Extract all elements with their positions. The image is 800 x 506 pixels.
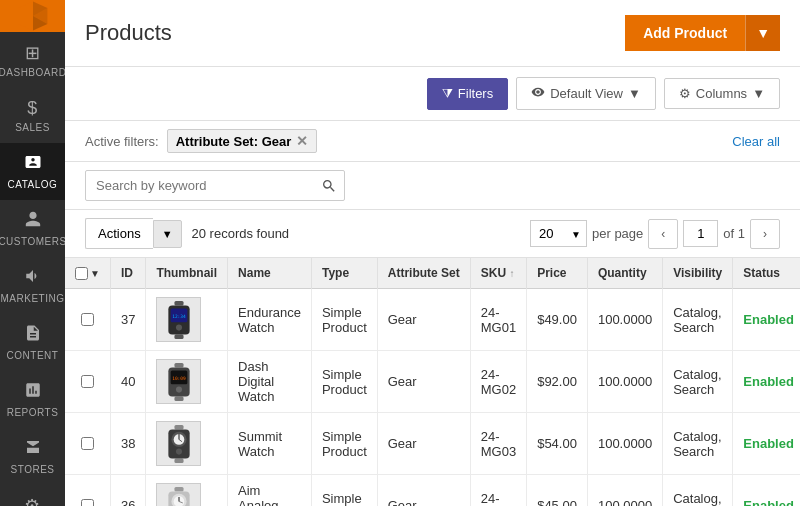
th-price[interactable]: Price (527, 258, 588, 289)
svg-text:12:34: 12:34 (172, 313, 186, 318)
columns-icon: ⚙ (679, 86, 691, 101)
row-type: Simple Product (311, 289, 377, 351)
row-checkbox[interactable] (81, 313, 94, 326)
search-button[interactable] (313, 170, 345, 201)
next-page-button[interactable]: › (750, 219, 780, 249)
svg-point-15 (176, 386, 182, 392)
filter-tag-remove[interactable]: ✕ (296, 133, 308, 149)
columns-button[interactable]: ⚙ Columns ▼ (664, 78, 780, 109)
marketing-icon (24, 267, 42, 290)
th-attribute-set[interactable]: Attribute Set (377, 258, 470, 289)
row-price: $92.00 (527, 351, 588, 413)
view-icon (531, 85, 545, 102)
clear-all-link[interactable]: Clear all (732, 134, 780, 149)
row-thumbnail: 10:09 (146, 351, 228, 413)
select-all-checkbox[interactable] (75, 267, 88, 280)
page-total: of 1 (723, 226, 745, 241)
sidebar-item-sales[interactable]: $ Sales (0, 88, 65, 143)
columns-arrow: ▼ (752, 86, 765, 101)
svg-rect-11 (174, 396, 183, 401)
sidebar-item-system[interactable]: ⚙ System (0, 485, 65, 506)
per-page-select[interactable]: 20 30 50 100 200 (530, 220, 587, 247)
search-input[interactable] (85, 170, 345, 201)
sidebar-item-content[interactable]: Content (0, 314, 65, 371)
active-filters-label: Active filters: (85, 134, 159, 149)
svg-rect-4 (174, 301, 183, 306)
row-checkbox[interactable] (81, 437, 94, 450)
svg-text:10:09: 10:09 (172, 375, 186, 380)
row-name: Dash Digital Watch (228, 351, 312, 413)
reports-icon (24, 381, 42, 404)
view-arrow: ▼ (628, 86, 641, 101)
add-product-arrow[interactable]: ▼ (745, 15, 780, 51)
sidebar-logo[interactable] (0, 0, 65, 32)
row-quantity: 100.0000 (587, 289, 662, 351)
th-id[interactable]: ID (110, 258, 145, 289)
sidebar-item-label: Catalog (8, 179, 58, 190)
svg-rect-17 (174, 458, 183, 463)
view-label: Default View (550, 86, 623, 101)
row-attribute-set: Gear (377, 289, 470, 351)
customers-icon (24, 210, 42, 233)
row-thumbnail (146, 413, 228, 475)
row-thumbnail (146, 475, 228, 507)
row-status: Enabled (733, 289, 800, 351)
row-type: Simple Product (311, 413, 377, 475)
th-name[interactable]: Name (228, 258, 312, 289)
sidebar-item-label: Sales (15, 122, 50, 133)
row-sku: 24-MG02 (470, 351, 526, 413)
row-checkbox-cell (65, 351, 110, 413)
row-attribute-set: Gear (377, 351, 470, 413)
sidebar-item-label: Reports (7, 407, 59, 418)
th-select-arrow[interactable]: ▼ (90, 268, 100, 279)
sidebar-item-label: Content (7, 350, 59, 361)
th-type[interactable]: Type (311, 258, 377, 289)
page-number-input[interactable] (683, 220, 718, 247)
row-status: Enabled (733, 413, 800, 475)
th-quantity[interactable]: Quantity (587, 258, 662, 289)
add-product-label[interactable]: Add Product (625, 15, 745, 51)
actions-arrow[interactable]: ▼ (153, 220, 182, 248)
filter-tag: Attribute Set: Gear ✕ (167, 129, 318, 153)
row-sku: 24-MG01 (470, 289, 526, 351)
row-checkbox[interactable] (81, 499, 94, 506)
default-view-button[interactable]: Default View ▼ (516, 77, 656, 110)
sidebar-item-label: Customers (0, 236, 67, 247)
sidebar-item-catalog[interactable]: Catalog (0, 143, 65, 200)
th-visibility[interactable]: Visibility (663, 258, 733, 289)
sidebar-item-marketing[interactable]: Marketing (0, 257, 65, 314)
svg-point-23 (176, 448, 182, 454)
row-attribute-set: Gear (377, 413, 470, 475)
add-product-button[interactable]: Add Product ▼ (625, 15, 780, 51)
row-price: $45.00 (527, 475, 588, 507)
sidebar-item-label: Stores (11, 464, 55, 475)
actions-button[interactable]: Actions (85, 218, 153, 249)
row-id: 37 (110, 289, 145, 351)
row-name: Summit Watch (228, 413, 312, 475)
table-row: 38 Summit Watch Simple Product Gear 24-M… (65, 413, 800, 475)
sidebar-item-stores[interactable]: Stores (0, 428, 65, 485)
row-quantity: 100.0000 (587, 475, 662, 507)
system-icon: ⚙ (24, 495, 41, 506)
sidebar: ⊞ Dashboard $ Sales Catalog Customers Ma… (0, 0, 65, 506)
sidebar-item-label: Dashboard (0, 67, 66, 78)
th-status[interactable]: Status (733, 258, 800, 289)
prev-page-button[interactable]: ‹ (648, 219, 678, 249)
stores-icon (24, 438, 42, 461)
sku-sort-icon: ↑ (509, 268, 514, 279)
row-id: 36 (110, 475, 145, 507)
row-checkbox[interactable] (81, 375, 94, 388)
actions-bar: Actions ▼ 20 records found 20 30 50 100 … (65, 210, 800, 258)
sidebar-item-reports[interactable]: Reports (0, 371, 65, 428)
th-sku[interactable]: SKU ↑ (470, 258, 526, 289)
pagination: 20 30 50 100 200 ▼ per page ‹ of 1 › (530, 219, 780, 249)
sidebar-item-label: Marketing (1, 293, 65, 304)
main-content: Products Add Product ▼ ⧩ Filters Default… (65, 0, 800, 506)
th-thumbnail: Thumbnail (146, 258, 228, 289)
catalog-icon (24, 153, 42, 176)
sidebar-item-customers[interactable]: Customers (0, 200, 65, 257)
sidebar-item-dashboard[interactable]: ⊞ Dashboard (0, 32, 65, 88)
row-id: 40 (110, 351, 145, 413)
filters-button[interactable]: ⧩ Filters (427, 78, 508, 110)
svg-rect-24 (174, 487, 183, 492)
